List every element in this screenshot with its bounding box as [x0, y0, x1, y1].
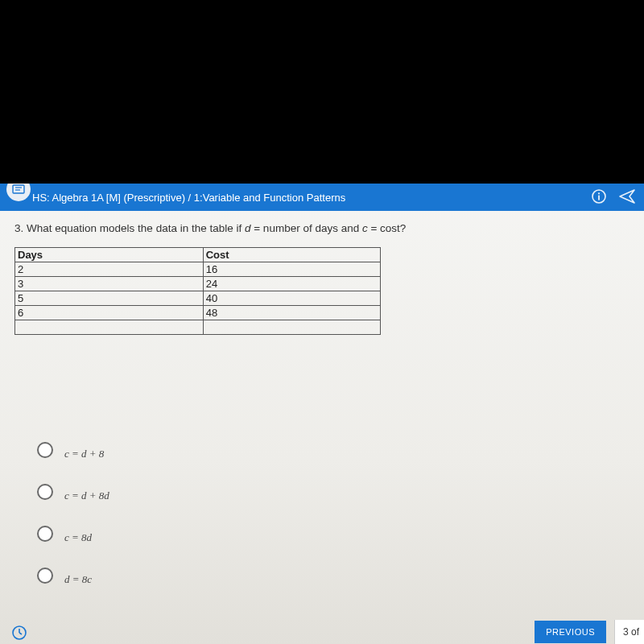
clock-icon[interactable] [11, 625, 27, 641]
previous-button[interactable]: PREVIOUS [535, 621, 606, 643]
table-row: 324 [15, 277, 381, 291]
page-indicator: 3 of [614, 620, 644, 644]
option-b[interactable]: c = d + 8d [37, 481, 630, 502]
question-number: 3. [14, 222, 23, 234]
app-screen: HS: Algebra 1A [M] (Prescriptive) / 1:Va… [0, 184, 644, 644]
send-icon[interactable] [618, 188, 636, 207]
course-title: HS: Algebra 1A [M] (Prescriptive) / 1:Va… [32, 192, 345, 204]
col-cost: Cost [203, 248, 380, 262]
svg-point-4 [598, 192, 600, 194]
radio-icon[interactable] [37, 442, 53, 458]
option-c[interactable]: c = 8d [37, 523, 630, 544]
course-header: HS: Algebra 1A [M] (Prescriptive) / 1:Va… [0, 184, 644, 211]
question-content: 3. What equation models the data in the … [0, 211, 644, 586]
question-text: 3. What equation models the data in the … [14, 222, 630, 234]
svg-rect-0 [13, 185, 24, 193]
table-row: 216 [15, 262, 381, 277]
option-d[interactable]: d = 8c [37, 565, 630, 586]
table-row: 648 [15, 306, 381, 320]
question-prefix: What equation models the data in the tab… [27, 222, 245, 234]
svg-line-8 [19, 633, 22, 634]
question-suffix: = cost? [368, 222, 407, 234]
radio-icon[interactable] [37, 568, 53, 584]
variable-c: c [362, 222, 368, 234]
col-days: Days [15, 248, 204, 262]
svg-rect-5 [598, 195, 600, 200]
radio-icon[interactable] [37, 526, 53, 542]
table-row: 540 [15, 291, 381, 306]
option-c-label: c = 8d [64, 523, 92, 544]
info-icon[interactable] [591, 188, 607, 207]
option-d-label: d = 8c [64, 565, 92, 586]
option-a[interactable]: c = d + 8 [37, 440, 630, 460]
option-b-label: c = d + 8d [64, 481, 109, 502]
table-header-row: Days Cost [15, 248, 381, 262]
radio-icon[interactable] [37, 484, 53, 500]
nav-bar: PREVIOUS 3 of [535, 620, 644, 644]
lesson-icon [6, 184, 31, 201]
option-a-label: c = d + 8 [64, 440, 104, 460]
data-table: Days Cost 216 324 540 648 [14, 247, 381, 335]
question-mid: = number of days and [250, 222, 361, 234]
table-row [15, 320, 381, 335]
answer-options: c = d + 8 c = d + 8d c = 8d d = 8c [14, 440, 630, 586]
